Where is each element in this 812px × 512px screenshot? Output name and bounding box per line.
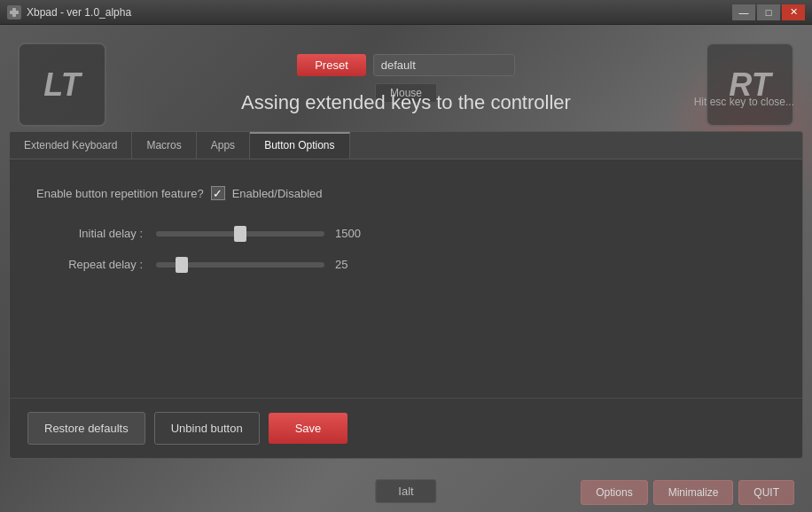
ialt-button[interactable]: Ialt bbox=[375, 479, 436, 503]
initial-delay-value: 1500 bbox=[335, 227, 371, 240]
quit-button[interactable]: QUIT bbox=[738, 480, 794, 505]
close-button[interactable]: ✕ bbox=[782, 4, 805, 20]
main-panel: Extended Keyboard Macros Apps Button Opt… bbox=[9, 131, 803, 459]
minimalize-button[interactable]: Minimalize bbox=[653, 480, 734, 505]
tab-button-options[interactable]: Button Options bbox=[250, 132, 349, 159]
top-section: Preset default Mouse bbox=[0, 25, 812, 131]
tab-macros[interactable]: Macros bbox=[132, 132, 196, 159]
repeat-delay-row: Repeat delay : 25 bbox=[36, 258, 776, 271]
main-title: Assing extended keys to the controller bbox=[241, 91, 571, 113]
preset-row: Preset default bbox=[297, 54, 515, 76]
tab-content-button-options: Enable button repetition feature? ✓ Enab… bbox=[10, 159, 802, 306]
app-area: LT RT Preset default Mouse Assing extend… bbox=[0, 25, 812, 512]
footer-center: Ialt bbox=[375, 479, 436, 503]
preset-select[interactable]: default bbox=[373, 54, 515, 76]
tab-apps[interactable]: Apps bbox=[197, 132, 250, 159]
window-title: Xbpad - ver 1.0_alpha bbox=[27, 6, 131, 19]
enable-label: Enable button repetition feature? bbox=[36, 187, 204, 200]
restore-defaults-button[interactable]: Restore defaults bbox=[27, 412, 145, 445]
maximize-button[interactable]: □ bbox=[757, 4, 780, 20]
window-controls: — □ ✕ bbox=[732, 4, 805, 20]
save-button[interactable]: Save bbox=[269, 413, 348, 444]
enable-checkbox[interactable]: ✓ bbox=[211, 186, 225, 200]
enable-repetition-row: Enable button repetition feature? ✓ Enab… bbox=[36, 186, 776, 200]
title-bar-left: Xbpad - ver 1.0_alpha bbox=[7, 5, 131, 19]
tabs-bar: Extended Keyboard Macros Apps Button Opt… bbox=[10, 132, 802, 159]
footer-area: Ialt Options Minimalize QUIT bbox=[0, 459, 812, 512]
tab-extended-keyboard[interactable]: Extended Keyboard bbox=[10, 132, 132, 159]
unbind-button[interactable]: Unbind button bbox=[154, 412, 260, 445]
initial-delay-row: Initial delay : 1500 bbox=[36, 227, 776, 240]
esc-hint: Hit esc key to close... bbox=[694, 96, 794, 108]
initial-delay-label: Initial delay : bbox=[36, 227, 143, 240]
repeat-delay-value: 25 bbox=[335, 258, 371, 271]
footer-right: Options Minimalize QUIT bbox=[581, 480, 794, 505]
enabled-disabled-label: Enabled/Disabled bbox=[232, 187, 323, 200]
initial-delay-slider[interactable] bbox=[156, 231, 324, 237]
main-title-area: Assing extended keys to the controller bbox=[0, 91, 812, 114]
svg-rect-1 bbox=[12, 8, 16, 17]
options-button[interactable]: Options bbox=[581, 480, 647, 505]
title-bar: Xbpad - ver 1.0_alpha — □ ✕ bbox=[0, 0, 812, 25]
repeat-delay-label: Repeat delay : bbox=[36, 258, 143, 271]
preset-button[interactable]: Preset bbox=[297, 54, 366, 76]
panel-bottom-bar: Restore defaults Unbind button Save bbox=[10, 398, 802, 458]
repeat-delay-slider[interactable] bbox=[156, 262, 324, 268]
minimize-button[interactable]: — bbox=[732, 4, 755, 20]
app-icon bbox=[7, 5, 21, 19]
